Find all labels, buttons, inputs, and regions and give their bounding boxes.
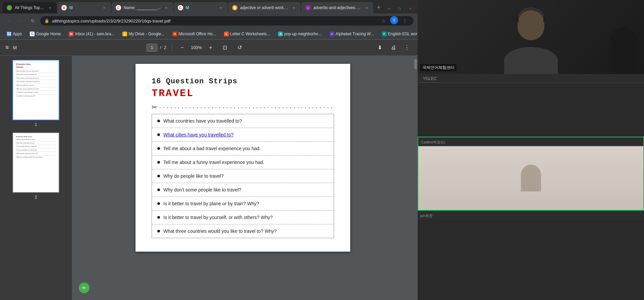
bookmark-alphabet[interactable]: A Alphabet Tracing W... xyxy=(327,31,377,37)
esl-favicon: E xyxy=(382,32,387,36)
bullet-8 xyxy=(157,216,160,219)
bookmark-alphabet-label: Alphabet Tracing W... xyxy=(336,32,374,36)
bookmark-office[interactable]: O Microsoft Office Ho... xyxy=(170,31,219,37)
bookmark-google-home[interactable]: G Google Home xyxy=(27,31,63,37)
pdf-scrollbar[interactable] xyxy=(414,56,418,300)
bookmarks-bar: Apps G Google Home M Inbox (41) - sam.br… xyxy=(0,28,418,40)
pdf-fit-button[interactable]: ⊡ xyxy=(219,42,230,53)
caden-video xyxy=(418,146,643,210)
question-item-2: What cities have you travelled to? xyxy=(152,128,334,142)
headset-arc xyxy=(516,7,546,23)
tab-label-adverbs: adverbs-and-adjectives.p... xyxy=(313,5,361,10)
pdf-download-button[interactable]: ⬇ xyxy=(375,42,385,53)
doc-title: 16 Question Strips xyxy=(152,77,334,86)
tab-adjective[interactable]: 📄 adjective or adverb works... × xyxy=(228,2,301,13)
close-button[interactable]: × xyxy=(406,5,415,12)
tab-gmail[interactable]: M M × xyxy=(57,2,111,13)
tab-favicon-adjective: 📄 xyxy=(232,5,237,10)
pdf-title: M xyxy=(13,45,17,50)
thumbnail-1[interactable]: 16 Question Strips TRAVEL ✂ - - - - - - … xyxy=(4,60,68,127)
pdf-menu-button[interactable]: ≡ xyxy=(5,44,9,51)
tab-favicon-gmail: M xyxy=(61,5,67,10)
pdf-page: 16 Question Strips TRAVEL ✂ · · · · · · … xyxy=(136,64,350,252)
divider xyxy=(172,44,172,52)
thumbnail-2[interactable]: 16 Question Strips (cont.) • What is you… xyxy=(4,132,68,200)
yglec-section: YGLEC xyxy=(418,74,644,83)
bookmark-office-label: Microsoft Office Ho... xyxy=(178,32,216,36)
url-bar[interactable]: 🔒 allthingstopics.com/uploads/2/3/2/9/23… xyxy=(40,16,414,26)
second-person xyxy=(610,27,637,74)
tab-close-gmail[interactable]: × xyxy=(102,5,107,10)
jun-video-area xyxy=(418,220,644,300)
tab-google-m[interactable]: G M × xyxy=(174,2,227,13)
reload-button[interactable]: ↻ xyxy=(28,16,38,26)
tab-name[interactable]: G Name: ___________ × xyxy=(112,2,173,13)
pdf-main-view[interactable]: 16 Question Strips TRAVEL ✂ · · · · · · … xyxy=(72,56,414,300)
bookmark-esl[interactable]: E English ESL workshe... xyxy=(379,31,418,37)
person-area xyxy=(418,0,644,74)
tab-close-adjective[interactable]: × xyxy=(291,5,297,10)
bookmark-popup[interactable]: 🏠 pop-up-neighborho... xyxy=(275,31,324,37)
tab-adverbs[interactable]: a adverbs-and-adjectives.p... × xyxy=(301,2,373,13)
thumbnail-img-1: 16 Question Strips TRAVEL ✂ - - - - - - … xyxy=(12,60,59,120)
annotation-pen-icon: ✏ xyxy=(82,285,86,291)
bullet-5 xyxy=(157,175,160,177)
caden-label: Caden(박정민) xyxy=(421,140,445,144)
forward-button[interactable]: → xyxy=(16,16,25,26)
pdf-page-separator: / xyxy=(160,45,161,50)
pdf-more-button[interactable]: ⋮ xyxy=(401,42,412,53)
bullet-3 xyxy=(157,147,160,150)
pdf-zoom-out-button[interactable]: − xyxy=(177,43,187,52)
question-text-5: Why do people like to travel? xyxy=(163,173,328,179)
caden-video-content xyxy=(418,146,643,210)
tab-close-name[interactable]: × xyxy=(164,5,169,10)
tab-label-gmail: M xyxy=(69,5,99,10)
scissors-icon: ✂ · · · · · · · · · · · · · · · · · · · … xyxy=(152,103,334,111)
bookmark-drive[interactable]: ▲ My Drive - Google... xyxy=(120,31,167,37)
tab-favicon-adverbs: a xyxy=(305,5,311,10)
tab-favicon-google-m: G xyxy=(178,5,183,10)
pdf-page-total: 2 xyxy=(164,45,166,50)
bookmark-letter-c[interactable]: L Letter C Worksheets... xyxy=(221,31,273,37)
scrollbar-thumb[interactable] xyxy=(414,59,417,69)
browser-window: 🌿 All Things Topics × M M × G Name: ____… xyxy=(0,0,418,300)
question-text-9: What three countries would you like to t… xyxy=(163,228,328,234)
annotation-tool-button[interactable]: ✏ xyxy=(79,283,90,293)
bullet-4 xyxy=(157,161,160,164)
jun-label: jun최준 xyxy=(420,214,433,218)
bookmark-inbox-label: Inbox (41) - sam.bra... xyxy=(75,32,114,36)
question-text-4: Tell me about a funny travel experience … xyxy=(163,160,328,165)
person-body xyxy=(504,47,558,74)
tab-label-adjective: adjective or adverb works... xyxy=(240,5,289,10)
url-actions: ☆ S ⋮ xyxy=(379,16,410,26)
tab-close-allthings[interactable]: × xyxy=(47,5,53,10)
tab-close-adverbs[interactable]: × xyxy=(364,5,369,10)
tab-label-allthings: All Things Topics xyxy=(15,5,45,10)
tab-favicon-allthings: 🌿 xyxy=(7,5,12,10)
bookmark-star-button[interactable]: ☆ xyxy=(379,16,388,26)
tab-allthings[interactable]: 🌿 All Things Topics × xyxy=(3,2,57,13)
apps-favicon xyxy=(7,32,11,36)
alphabet-favicon: A xyxy=(330,32,334,36)
maximize-button[interactable]: □ xyxy=(395,5,404,12)
address-bar: ← → ↻ 🔒 allthingstopics.com/uploads/2/3/… xyxy=(0,13,418,28)
bookmark-apps[interactable]: Apps xyxy=(4,31,24,37)
pdf-page-input[interactable] xyxy=(147,44,157,52)
bookmark-letter-c-label: Letter C Worksheets... xyxy=(230,32,270,36)
pdf-zoom-in-button[interactable]: + xyxy=(206,43,215,52)
more-button[interactable]: ⋮ xyxy=(400,16,410,26)
pdf-rotate-button[interactable]: ↺ xyxy=(234,42,245,53)
back-button[interactable]: ← xyxy=(4,16,13,26)
bullet-1 xyxy=(157,120,160,122)
question-item-3: Tell me about a bad travel experience yo… xyxy=(152,142,334,156)
pdf-print-button[interactable]: 🖨 xyxy=(388,42,399,53)
window-controls: ─ □ × xyxy=(384,5,415,13)
caden-label-bar: Caden(박정민) xyxy=(418,137,643,146)
headset-left xyxy=(513,15,519,23)
profile-button[interactable]: S xyxy=(390,16,398,24)
question-text-1: What countries have you travelled to? xyxy=(163,118,328,124)
minimize-button[interactable]: ─ xyxy=(384,5,393,12)
bookmark-inbox[interactable]: M Inbox (41) - sam.bra... xyxy=(66,31,117,37)
new-tab-button[interactable]: + xyxy=(374,3,383,12)
tab-close-google-m[interactable]: × xyxy=(218,5,223,10)
